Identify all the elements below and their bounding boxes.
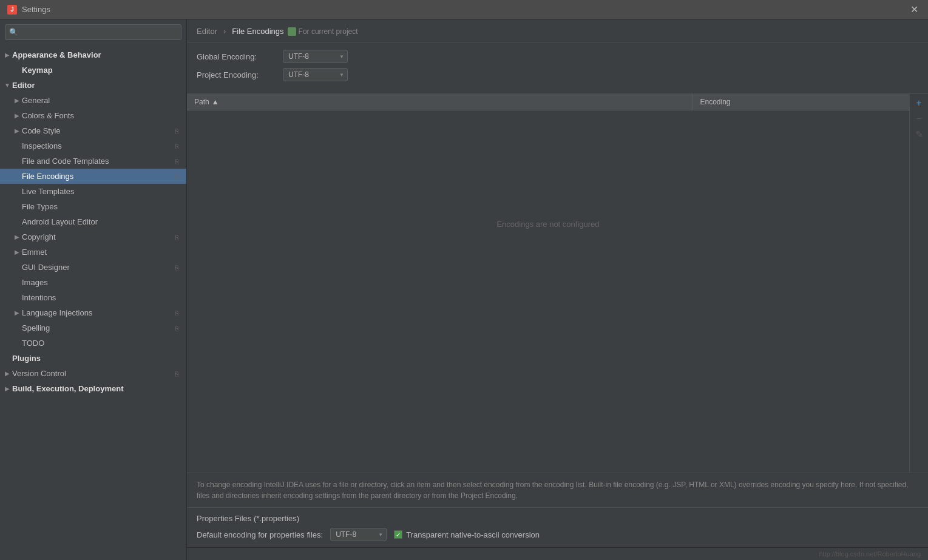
arrow-language-injections: [12, 309, 22, 316]
sidebar-label-code-style: Code Style: [22, 126, 175, 135]
global-encoding-label: Global Encoding:: [197, 52, 276, 61]
arrow-emmet: [12, 249, 22, 255]
global-encoding-row: Global Encoding: UTF-8UTF-16ISO-8859-1wi…: [197, 50, 918, 63]
sidebar-label-appearance-behavior: Appearance & Behavior: [12, 50, 181, 59]
main-content: 🔍 Appearance & BehaviorKeymapEditorGener…: [0, 19, 928, 560]
project-icon: [288, 27, 296, 36]
project-encoding-row: Project Encoding: UTF-8UTF-16ISO-8859-1w…: [197, 68, 918, 81]
copy-icon-version-control: ⎘: [175, 370, 181, 377]
watermark: http://blog.csdn.net/RobertoHuang: [187, 547, 928, 560]
sidebar-item-file-types[interactable]: File Types: [0, 199, 186, 214]
sidebar-tree: Appearance & BehaviorKeymapEditorGeneral…: [0, 45, 186, 560]
sidebar-label-images: Images: [22, 278, 181, 287]
col-path-header: Path ▲: [187, 94, 693, 110]
sidebar-item-emmet[interactable]: Emmet: [0, 245, 186, 260]
arrow-colors-fonts: [12, 112, 22, 119]
sidebar-item-build-execution-deployment[interactable]: Build, Execution, Deployment: [0, 381, 186, 396]
encodings-table: Path ▲ Encoding: [187, 94, 909, 338]
sidebar-label-gui-designer: GUI Designer: [22, 263, 175, 272]
sidebar-label-android-layout-editor: Android Layout Editor: [22, 217, 181, 226]
sidebar-label-general: General: [22, 96, 181, 105]
sidebar-item-file-encodings[interactable]: File Encodings⎘: [0, 169, 186, 184]
app-icon: J: [7, 5, 17, 15]
copy-icon-code-style: ⎘: [175, 127, 181, 135]
sidebar-label-file-types: File Types: [22, 202, 181, 211]
table-area: Path ▲ Encoding: [187, 93, 928, 473]
sidebar-item-intentions[interactable]: Intentions: [0, 290, 186, 305]
project-badge: For current project: [288, 27, 358, 36]
panel-header: Editor › File Encodings For current proj…: [187, 19, 928, 42]
properties-encoding-select[interactable]: UTF-8UTF-16ISO-8859-1: [330, 528, 387, 541]
sidebar-item-code-style[interactable]: Code Style⎘: [0, 123, 186, 138]
breadcrumb-parent: Editor: [197, 27, 217, 36]
sidebar-item-colors-fonts[interactable]: Colors & Fonts: [0, 108, 186, 123]
sidebar-label-todo: TODO: [22, 339, 181, 348]
transparent-checkbox[interactable]: ✓: [394, 530, 402, 539]
global-encoding-select[interactable]: UTF-8UTF-16ISO-8859-1windows-1251: [283, 50, 348, 63]
properties-section: Properties Files (*.properties) Default …: [187, 507, 928, 547]
global-encoding-select-wrap: UTF-8UTF-16ISO-8859-1windows-1251: [283, 50, 348, 63]
sidebar-item-file-code-templates[interactable]: File and Code Templates⎘: [0, 153, 186, 169]
project-encoding-select-wrap: UTF-8UTF-16ISO-8859-1windows-1251: [283, 68, 348, 81]
encoding-settings: Global Encoding: UTF-8UTF-16ISO-8859-1wi…: [187, 42, 928, 93]
sidebar-item-android-layout-editor[interactable]: Android Layout Editor: [0, 214, 186, 229]
close-button[interactable]: ✕: [908, 4, 921, 16]
copy-icon-file-encodings: ⎘: [175, 173, 181, 180]
edit-button[interactable]: ✎: [912, 128, 926, 141]
sidebar-item-live-templates[interactable]: Live Templates: [0, 184, 186, 199]
window-title: Settings: [22, 5, 50, 14]
sidebar-label-keymap: Keymap: [22, 66, 181, 75]
sidebar-item-editor[interactable]: Editor: [0, 78, 186, 93]
arrow-code-style: [12, 127, 22, 134]
sidebar-item-inspections[interactable]: Inspections⎘: [0, 138, 186, 153]
project-label: For current project: [299, 27, 358, 36]
arrow-editor: [2, 82, 12, 89]
sidebar-item-general[interactable]: General: [0, 93, 186, 108]
breadcrumb-separator: ›: [223, 27, 226, 36]
transparent-checkbox-label: Transparent native-to-ascii conversion: [406, 530, 540, 539]
copy-icon-spelling: ⎘: [175, 325, 181, 332]
sidebar-item-plugins[interactable]: Plugins: [0, 351, 186, 366]
sidebar-item-appearance-behavior[interactable]: Appearance & Behavior: [0, 47, 186, 62]
properties-title: Properties Files (*.properties): [197, 514, 918, 523]
copy-icon-inspections: ⎘: [175, 143, 181, 150]
sidebar-item-gui-designer[interactable]: GUI Designer⎘: [0, 260, 186, 275]
transparent-checkbox-wrap[interactable]: ✓ Transparent native-to-ascii conversion: [394, 530, 540, 539]
right-panel: Editor › File Encodings For current proj…: [187, 19, 928, 560]
sidebar-label-plugins: Plugins: [12, 354, 181, 363]
arrow-build-execution-deployment: [2, 385, 12, 392]
sidebar-label-colors-fonts: Colors & Fonts: [22, 111, 181, 120]
title-bar-left: J Settings: [7, 5, 50, 15]
default-encoding-label: Default encoding for properties files:: [197, 530, 323, 539]
title-bar: J Settings ✕: [0, 0, 928, 19]
arrow-appearance-behavior: [2, 52, 12, 58]
copy-icon-file-code-templates: ⎘: [175, 158, 181, 165]
sidebar-item-todo[interactable]: TODO: [0, 336, 186, 351]
sidebar-label-spelling: Spelling: [22, 323, 175, 332]
copy-icon-language-injections: ⎘: [175, 309, 181, 317]
sidebar-item-language-injections[interactable]: Language Injections⎘: [0, 305, 186, 320]
arrow-copyright: [12, 234, 22, 240]
sidebar-item-version-control[interactable]: Version Control⎘: [0, 366, 186, 381]
search-icon: 🔍: [9, 28, 18, 36]
sidebar-label-emmet: Emmet: [22, 248, 181, 257]
sidebar-label-intentions: Intentions: [22, 293, 181, 302]
sidebar-item-keymap[interactable]: Keymap: [0, 62, 186, 78]
add-button[interactable]: +: [912, 96, 926, 110]
project-encoding-label: Project Encoding:: [197, 70, 276, 79]
table-actions: + − ✎: [909, 93, 928, 473]
sidebar-item-copyright[interactable]: Copyright⎘: [0, 229, 186, 245]
sidebar-item-images[interactable]: Images: [0, 275, 186, 290]
remove-button[interactable]: −: [912, 112, 926, 126]
sidebar-label-file-code-templates: File and Code Templates: [22, 157, 175, 166]
table-container[interactable]: Path ▲ Encoding: [187, 93, 909, 473]
info-text: To change encoding IntelliJ IDEA uses fo…: [187, 473, 928, 507]
sidebar-item-spelling[interactable]: Spelling⎘: [0, 320, 186, 336]
arrow-general: [12, 97, 22, 104]
search-input[interactable]: [5, 24, 181, 40]
project-encoding-select[interactable]: UTF-8UTF-16ISO-8859-1windows-1251: [283, 68, 348, 81]
properties-row: Default encoding for properties files: U…: [197, 528, 918, 541]
sidebar-label-editor: Editor: [12, 81, 181, 90]
breadcrumb-current: File Encodings: [232, 27, 283, 36]
copy-icon-copyright: ⎘: [175, 234, 181, 241]
